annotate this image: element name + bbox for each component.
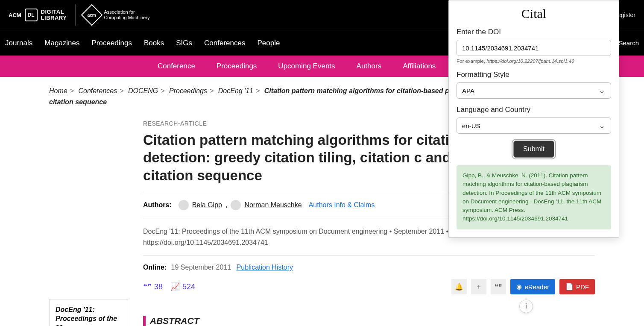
nav-books[interactable]: Books [144,39,164,47]
info-icon: i [525,303,527,310]
online-label: Online: [143,264,167,271]
avatar [231,200,241,210]
author-link[interactable]: Norman Meuschke [244,201,302,209]
authors-label: Authors: [143,201,172,209]
nav-conferences[interactable]: Conferences [204,39,245,47]
format-field: Formatting Style [457,70,611,99]
dl-logo-text: DIGITAL LIBRARY [41,9,67,21]
cital-title: Cital [457,6,611,21]
bc-home[interactable]: Home [49,87,67,94]
dl-icon: DL [25,9,38,21]
author-link[interactable]: Bela Gipp [192,201,222,209]
pink-authors[interactable]: Authors [357,62,382,70]
pink-proceedings[interactable]: Proceedings [217,62,257,70]
ereader-icon: ◉ [516,283,522,291]
nav-people[interactable]: People [257,39,280,47]
bc-doceng[interactable]: DOCENG [128,87,158,94]
acm-badge-icon: acm [81,4,103,26]
pdf-icon: 📄 [565,283,574,291]
bc-doceng11[interactable]: DocEng '11 [218,87,253,94]
doi-hint: For example, https://doi.org/10.22207/jp… [457,59,611,64]
pink-affiliations[interactable]: Affiliations [403,62,436,70]
nav-proceedings[interactable]: Proceedings [91,39,132,47]
header-right: egister [618,12,635,18]
divider [143,256,595,256]
logo-area: ACM DL DIGITAL LIBRARY acm Association f… [9,4,149,26]
abstract-heading: ABSTRACT [143,316,199,326]
avatar [179,200,189,210]
divider [75,4,76,26]
authors-info-link[interactable]: Authors Info & Claims [309,201,375,209]
bc-conferences[interactable]: Conferences [78,87,117,94]
online-date: 19 September 2011 [171,264,231,271]
format-select[interactable] [457,82,611,99]
lang-select[interactable] [457,117,611,134]
submit-button[interactable]: Submit [513,141,554,158]
lang-field: Language and Country [457,106,611,134]
trend-icon: 📈 [170,282,180,291]
side-panel[interactable]: DocEng '11: Proceedings of the 11... [49,299,128,326]
citation-result: Gipp, B., & Meuschke, N. (2011). Citatio… [457,165,611,229]
doi-label: Enter the DOI [457,28,611,36]
pdf-button[interactable]: 📄 PDF [559,279,595,294]
plus-icon: ＋ [475,282,482,291]
downloads-metric[interactable]: 📈 524 [170,282,195,291]
ereader-button[interactable]: ◉ eReader [510,279,555,294]
actions: 🔔 ＋ ❝❞ ◉ eReader 📄 PDF [451,279,595,294]
online-row: Online: 19 September 2011 Publication Hi… [143,264,595,271]
nav-journals[interactable]: Journals [5,39,32,47]
bc-current-cont: citation sequence [49,98,107,106]
citations-metric[interactable]: ❝❞ 38 [143,282,163,291]
pink-conference[interactable]: Conference [158,62,195,70]
cital-panel: Cital Enter the DOI For example, https:/… [448,0,619,238]
lang-label: Language and Country [457,106,611,114]
bc-proceedings[interactable]: Proceedings [169,87,207,94]
bell-icon: 🔔 [455,283,463,291]
save-button[interactable]: ＋ [471,279,486,294]
dl-logo[interactable]: ACM DL DIGITAL LIBRARY [9,9,67,21]
alert-button[interactable]: 🔔 [451,279,467,294]
doi-field: Enter the DOI For example, https://doi.o… [457,28,611,64]
abstract-section: ABSTRACT [143,316,595,326]
format-label: Formatting Style [457,70,611,79]
register-link[interactable]: egister [618,12,635,18]
publication-history-link[interactable]: Publication History [237,264,293,271]
pink-upcoming[interactable]: Upcoming Events [278,62,335,70]
acm-logo-text: Association for Computing Machinery [104,9,149,21]
cite-button[interactable]: ❝❞ [491,279,506,294]
quote-icon: ❝❞ [143,282,152,291]
acm-logo[interactable]: acm Association for Computing Machinery [84,7,149,23]
doi-input[interactable] [457,40,611,56]
quote-icon: ❝❞ [495,283,502,291]
nav-sigs[interactable]: SIGs [176,39,192,47]
info-badge[interactable]: i [519,300,533,313]
metrics-row: ❝❞ 38 📈 524 🔔 ＋ ❝❞ ◉ eReader 📄 PDF [143,279,595,294]
nav-magazines[interactable]: Magazines [44,39,79,47]
